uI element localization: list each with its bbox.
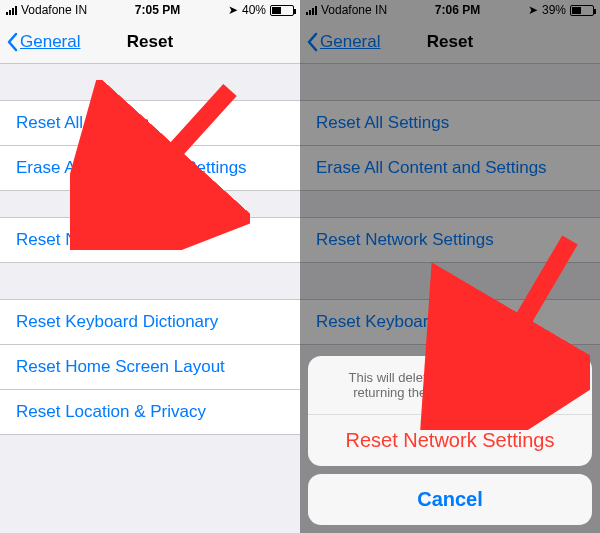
battery-pct: 40% xyxy=(242,3,266,17)
reset-all-settings-row[interactable]: Reset All Settings xyxy=(0,100,300,146)
carrier-label: Vodafone IN xyxy=(21,3,87,17)
clock-label: 7:05 PM xyxy=(135,3,180,17)
reset-network-confirm-button[interactable]: Reset Network Settings xyxy=(308,415,592,466)
reset-location-privacy-row[interactable]: Reset Location & Privacy xyxy=(0,390,300,435)
reset-home-screen-row[interactable]: Reset Home Screen Layout xyxy=(0,345,300,390)
cancel-button[interactable]: Cancel xyxy=(308,474,592,525)
group-spacer xyxy=(0,64,300,100)
reset-network-settings-row[interactable]: Reset Network Settings xyxy=(0,217,300,263)
nav-bar: General Reset xyxy=(0,20,300,64)
back-label: General xyxy=(20,32,80,52)
location-icon: ➤ xyxy=(228,3,238,17)
action-sheet-message: This will delete all network settings, r… xyxy=(308,356,592,415)
screenshot-left: Vodafone IN 7:05 PM ➤ 40% General Reset … xyxy=(0,0,300,533)
nav-title: Reset xyxy=(127,32,173,52)
screenshot-right: Vodafone IN 7:06 PM ➤ 39% General Reset … xyxy=(300,0,600,533)
group-spacer xyxy=(0,263,300,299)
chevron-left-icon xyxy=(6,32,18,52)
signal-icon xyxy=(6,5,17,15)
reset-keyboard-row[interactable]: Reset Keyboard Dictionary xyxy=(0,299,300,345)
erase-all-content-row[interactable]: Erase All Content and Settings xyxy=(0,146,300,191)
battery-icon xyxy=(270,5,294,16)
group-spacer xyxy=(0,191,300,217)
action-sheet: This will delete all network settings, r… xyxy=(308,356,592,525)
status-right: ➤ 40% xyxy=(228,3,294,17)
action-sheet-main: This will delete all network settings, r… xyxy=(308,356,592,466)
back-button[interactable]: General xyxy=(6,32,80,52)
comparison-container: Vodafone IN 7:05 PM ➤ 40% General Reset … xyxy=(0,0,600,533)
status-left: Vodafone IN xyxy=(6,3,87,17)
action-sheet-cancel-block: Cancel xyxy=(308,474,592,525)
status-bar: Vodafone IN 7:05 PM ➤ 40% xyxy=(0,0,300,20)
